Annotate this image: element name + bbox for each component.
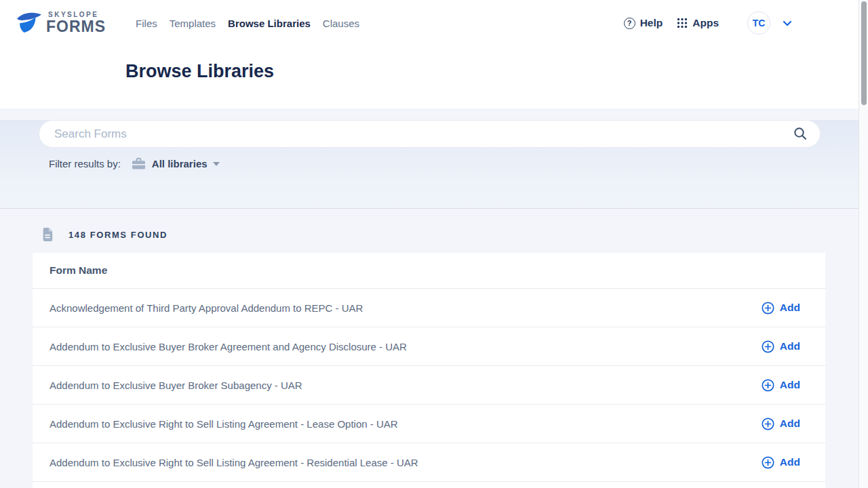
add-label: Add <box>780 418 800 430</box>
nav-item-clauses[interactable]: Clauses <box>323 18 359 29</box>
help-button[interactable]: ? Help <box>624 17 663 29</box>
caret-down-icon <box>213 162 220 166</box>
main-nav: Files Templates Browse Libraries Clauses <box>136 18 359 29</box>
plus-circle-icon <box>762 302 774 314</box>
forms-found-count: 148 FORMS FOUND <box>68 230 167 240</box>
add-form-button[interactable]: Add <box>762 418 800 430</box>
results-section: 148 FORMS FOUND Form Name Acknowledgemen… <box>0 209 868 488</box>
logo-swoosh-icon <box>15 10 43 36</box>
column-header-form-name: Form Name <box>50 264 107 277</box>
form-name: Addendum to Exclusive Right to Sell List… <box>50 418 398 430</box>
add-label: Add <box>780 340 800 352</box>
add-form-button[interactable]: Add <box>762 456 800 469</box>
form-name: Addendum to Exclusive Right to Sell List… <box>50 457 418 468</box>
nav-item-files[interactable]: Files <box>136 18 157 29</box>
plus-circle-icon <box>762 456 774 469</box>
page-title: Browse Libraries <box>125 61 274 82</box>
skyslope-forms-logo[interactable]: SKYSLOPE FORMS <box>15 10 106 36</box>
forms-found-status: 148 FORMS FOUND <box>41 227 868 242</box>
logo-text-forms: FORMS <box>46 19 106 35</box>
avatar-initials: TC <box>753 18 766 28</box>
plus-circle-icon <box>762 379 774 392</box>
add-form-button[interactable]: Add <box>762 302 800 314</box>
apps-button[interactable]: Apps <box>677 17 719 29</box>
topbar-right: ? Help Apps TC <box>624 12 792 35</box>
help-icon: ? <box>624 18 635 29</box>
nav-item-browse-libraries[interactable]: Browse Libraries <box>228 18 311 29</box>
filter-label: Filter results by: <box>49 158 121 169</box>
filter-row: Filter results by: All libraries <box>49 157 868 170</box>
table-row: Addendum to Exclusive Right to Sell List… <box>33 405 825 443</box>
document-icon <box>41 227 54 242</box>
app-header: SKYSLOPE FORMS Files Templates Browse Li… <box>0 0 868 108</box>
search-input[interactable] <box>54 127 792 141</box>
table-row: Addendum to Exclusive Right to Sell List… <box>33 443 825 482</box>
add-form-button[interactable]: Add <box>762 379 800 392</box>
library-filter-dropdown[interactable]: All libraries <box>132 157 220 170</box>
apps-grid-icon <box>677 18 688 28</box>
form-name: Acknowledgement of Third Party Approval … <box>50 302 363 314</box>
table-row: Addendum to Exclusive Buyer Broker Subag… <box>33 366 825 405</box>
search-icon <box>793 127 808 141</box>
topbar: SKYSLOPE FORMS Files Templates Browse Li… <box>0 0 868 46</box>
plus-circle-icon <box>762 418 774 430</box>
help-label: Help <box>640 17 663 29</box>
add-label: Add <box>780 302 800 314</box>
avatar[interactable]: TC <box>747 12 770 35</box>
page-scrollbar-thumb[interactable] <box>861 1 867 105</box>
add-label: Add <box>780 379 800 391</box>
add-label: Add <box>780 456 800 468</box>
page-scrollbar-track[interactable] <box>859 0 868 488</box>
account-menu-chevron-down-icon[interactable] <box>783 20 792 26</box>
search-button[interactable] <box>792 125 809 142</box>
library-selected-value: All libraries <box>152 158 208 169</box>
apps-label: Apps <box>692 17 719 29</box>
add-form-button[interactable]: Add <box>762 340 800 353</box>
table-row: Acknowledgement of Third Party Approval … <box>33 289 825 327</box>
forms-table: Form Name Acknowledgement of Third Party… <box>33 253 825 488</box>
table-header-row: Form Name <box>33 253 825 289</box>
form-name: Addendum to Exclusive Buyer Broker Subag… <box>50 380 302 391</box>
search-bar <box>39 120 821 148</box>
form-name: Addendum to Exclusive Buyer Broker Agree… <box>50 341 407 352</box>
table-row: Addendum to Exclusive Buyer Broker Agree… <box>33 327 825 366</box>
nav-item-templates[interactable]: Templates <box>170 18 216 29</box>
search-filter-section: Filter results by: All libraries <box>0 120 868 209</box>
plus-circle-icon <box>762 340 774 353</box>
briefcase-icon <box>132 157 146 170</box>
